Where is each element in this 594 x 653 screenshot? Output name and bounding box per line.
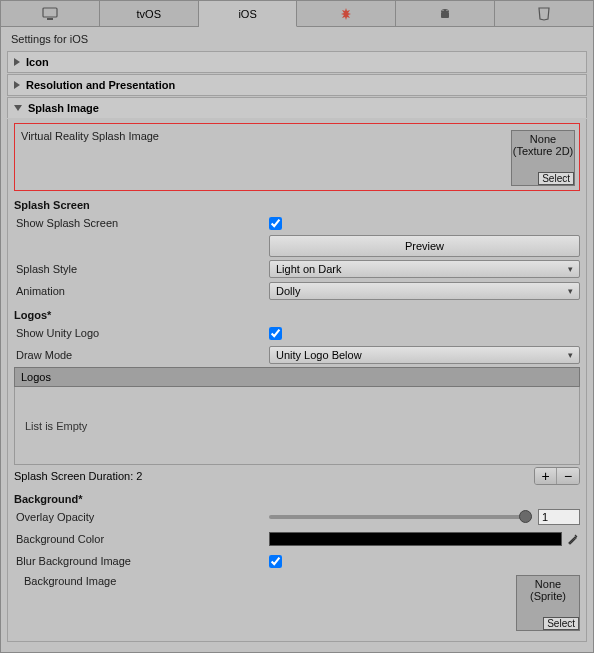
foldout-label: Splash Image [28,102,99,114]
slider-thumb[interactable] [519,510,532,523]
svg-rect-2 [441,12,449,18]
draw-mode-label: Draw Mode [14,349,269,361]
background-header: Background* [14,493,580,505]
svg-point-4 [447,9,448,10]
dropdown-value: Light on Dark [276,263,341,275]
animation-label: Animation [14,285,269,297]
logos-list-body: List is Empty [14,387,580,465]
tab-label: tvOS [137,8,161,20]
chevron-down-icon: ▾ [568,264,573,274]
overlay-opacity-label: Overlay Opacity [14,511,269,523]
dropdown-value: Unity Logo Below [276,349,362,361]
splash-style-dropdown[interactable]: Light on Dark ▾ [269,260,580,278]
blur-bg-label: Blur Background Image [14,555,269,567]
splash-section: Virtual Reality Splash Image None (Textu… [7,119,587,642]
logos-header: Logos* [14,309,580,321]
select-button[interactable]: Select [543,617,579,630]
tab-ios[interactable]: iOS [199,1,298,27]
logos-empty-label: List is Empty [25,420,87,432]
maple-icon [339,7,353,21]
eyedropper-icon[interactable] [566,532,580,546]
show-unity-logo-label: Show Unity Logo [14,327,269,339]
tab-webgl[interactable] [495,1,593,26]
preview-button[interactable]: Preview [269,235,580,257]
background-color-label: Background Color [14,533,269,545]
vr-splash-highlight: Virtual Reality Splash Image None (Textu… [14,123,580,191]
obj-type-label: (Sprite) [530,590,566,602]
remove-button[interactable]: − [557,468,579,484]
animation-dropdown[interactable]: Dolly ▾ [269,282,580,300]
android-icon [438,7,452,21]
logos-add-remove: + − [534,467,580,485]
platform-tabs: tvOS iOS [1,1,593,27]
add-button[interactable]: + [535,468,557,484]
overlay-opacity-input[interactable] [538,509,580,525]
draw-mode-dropdown[interactable]: Unity Logo Below ▾ [269,346,580,364]
show-splash-label: Show Splash Screen [14,217,269,229]
logos-list-header: Logos [14,367,580,387]
splash-screen-header: Splash Screen [14,199,580,211]
chevron-down-icon: ▾ [568,286,573,296]
tab-label: iOS [238,8,256,20]
obj-none-label: None [535,578,561,590]
foldout-icon[interactable]: Icon [7,51,587,73]
chevron-down-icon [14,105,22,111]
blur-bg-checkbox[interactable] [269,555,282,568]
tab-firetv[interactable] [297,1,396,26]
background-image-label: Background Image [14,575,269,587]
svg-point-3 [443,9,444,10]
splash-style-label: Splash Style [14,263,269,275]
overlay-opacity-slider[interactable] [269,515,532,519]
chevron-right-icon [14,58,20,66]
show-unity-logo-checkbox[interactable] [269,327,282,340]
html5-icon [538,7,550,21]
foldout-splash[interactable]: Splash Image [7,97,587,118]
obj-none-label: None [530,133,556,145]
vr-splash-label: Virtual Reality Splash Image [19,130,274,142]
vr-splash-object-field[interactable]: None (Texture 2D) Select [511,130,575,186]
svg-rect-0 [43,8,57,17]
foldout-label: Resolution and Presentation [26,79,175,91]
background-image-object-field[interactable]: None (Sprite) Select [516,575,580,631]
show-splash-checkbox[interactable] [269,217,282,230]
tab-android[interactable] [396,1,495,26]
chevron-right-icon [14,81,20,89]
svg-rect-1 [47,18,53,20]
chevron-down-icon: ▾ [568,350,573,360]
obj-type-label: (Texture 2D) [513,145,574,157]
monitor-icon [42,7,58,21]
tab-tvos[interactable]: tvOS [100,1,199,26]
tab-pc[interactable] [1,1,100,26]
background-color-swatch[interactable] [269,532,562,546]
select-button[interactable]: Select [538,172,574,185]
dropdown-value: Dolly [276,285,300,297]
splash-duration-label: Splash Screen Duration: 2 [14,470,142,482]
foldout-label: Icon [26,56,49,68]
settings-title: Settings for iOS [1,27,593,51]
foldout-resolution[interactable]: Resolution and Presentation [7,74,587,96]
